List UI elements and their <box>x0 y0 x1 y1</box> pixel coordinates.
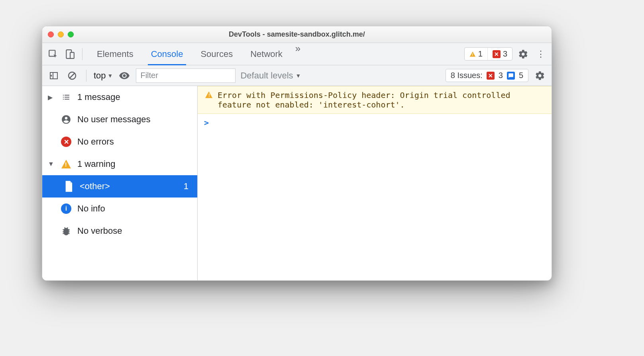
tab-console[interactable]: Console <box>142 43 192 65</box>
inspect-element-icon[interactable] <box>46 47 60 61</box>
traffic-lights <box>48 31 74 37</box>
titlebar: DevTools - samesite-sandbox.glitch.me/ <box>42 26 552 43</box>
context-selector[interactable]: top ▼ <box>94 70 113 81</box>
sidebar-label: No errors <box>77 137 192 147</box>
sidebar-label: No info <box>77 203 192 214</box>
sidebar-label: <other> <box>80 181 178 192</box>
console-toolbar: top ▼ Default levels ▼ 8 Issues: ✕ 3 5 <box>42 65 552 86</box>
more-options-icon[interactable]: ⋮ <box>534 47 548 61</box>
info-icon: i <box>61 203 72 214</box>
sidebar-label: 1 message <box>77 92 192 102</box>
message-icon <box>507 72 515 80</box>
context-label: top <box>94 70 106 81</box>
tab-elements[interactable]: Elements <box>88 43 142 65</box>
error-icon: ✕ <box>493 50 501 58</box>
console-sidebar: ▶ 1 message No user messages ✕ No errors… <box>42 86 198 280</box>
console-prompt[interactable]: > <box>198 114 552 131</box>
error-icon: ✕ <box>61 137 72 147</box>
live-expression-icon[interactable] <box>118 69 131 82</box>
levels-label: Default levels <box>240 70 293 81</box>
panel-tabs: Elements Console Sources Network » <box>88 43 304 65</box>
warning-icon <box>204 90 214 110</box>
errors-badge[interactable]: ✕ 3 <box>487 48 512 60</box>
svg-line-6 <box>70 73 75 78</box>
file-icon <box>63 181 74 192</box>
issues-summary[interactable]: 8 Issues: ✕ 3 5 <box>446 69 528 82</box>
expand-icon: ▶ <box>48 94 55 101</box>
list-icon <box>61 92 72 102</box>
sidebar-messages[interactable]: ▶ 1 message <box>42 86 197 108</box>
devtools-window: DevTools - samesite-sandbox.glitch.me/ E… <box>42 26 552 281</box>
sidebar-user-messages[interactable]: No user messages <box>42 108 197 131</box>
errors-count: 3 <box>503 49 507 59</box>
console-settings-icon[interactable] <box>533 69 547 82</box>
sidebar-label: No user messages <box>77 114 192 125</box>
sidebar-label: No verbose <box>77 226 192 236</box>
issues-label: 8 Issues: <box>451 71 483 80</box>
sidebar-other[interactable]: <other> 1 <box>42 175 197 198</box>
issues-errors: 3 <box>499 71 503 80</box>
toggle-sidebar-icon[interactable] <box>47 69 61 82</box>
user-icon <box>61 114 72 125</box>
more-tabs-icon[interactable]: » <box>291 43 304 65</box>
tab-sources[interactable]: Sources <box>192 43 242 65</box>
console-output[interactable]: Error with Permissions-Policy header: Or… <box>198 86 552 280</box>
sidebar-warnings[interactable]: ▼ 1 warning <box>42 153 197 175</box>
zoom-window-button[interactable] <box>68 31 74 37</box>
main-tabbar: Elements Console Sources Network » 1 ✕ 3… <box>42 43 552 65</box>
svg-rect-2 <box>70 52 74 58</box>
clear-console-icon[interactable] <box>65 69 79 82</box>
prompt-chevron-icon: > <box>204 118 209 127</box>
warnings-badge[interactable]: 1 <box>465 48 487 60</box>
console-body: ▶ 1 message No user messages ✕ No errors… <box>42 86 552 280</box>
device-toolbar-icon[interactable] <box>63 47 77 61</box>
error-icon: ✕ <box>487 72 495 80</box>
chevron-down-icon: ▼ <box>108 72 113 79</box>
issues-messages: 5 <box>519 71 523 80</box>
warnings-count: 1 <box>478 49 483 59</box>
sidebar-verbose[interactable]: No verbose <box>42 220 197 242</box>
close-window-button[interactable] <box>48 31 54 37</box>
warning-text: Error with Permissions-Policy header: Or… <box>218 90 545 110</box>
divider <box>86 70 86 82</box>
tab-network[interactable]: Network <box>242 43 291 65</box>
bug-icon <box>61 226 72 236</box>
settings-icon[interactable] <box>516 47 530 61</box>
sidebar-errors[interactable]: ✕ No errors <box>42 131 197 153</box>
window-title: DevTools - samesite-sandbox.glitch.me/ <box>42 30 552 39</box>
divider <box>82 48 82 60</box>
log-levels-selector[interactable]: Default levels ▼ <box>240 70 301 81</box>
status-badges[interactable]: 1 ✕ 3 <box>464 47 512 61</box>
chevron-down-icon: ▼ <box>296 72 301 79</box>
sidebar-info[interactable]: i No info <box>42 198 197 220</box>
collapse-icon: ▼ <box>48 160 55 168</box>
sidebar-count: 1 <box>184 181 192 192</box>
warning-icon <box>61 160 72 168</box>
sidebar-label: 1 warning <box>77 159 192 169</box>
console-warning-row[interactable]: Error with Permissions-Policy header: Or… <box>198 86 552 114</box>
filter-input[interactable] <box>136 68 236 83</box>
minimize-window-button[interactable] <box>58 31 64 37</box>
warning-icon <box>470 51 475 57</box>
